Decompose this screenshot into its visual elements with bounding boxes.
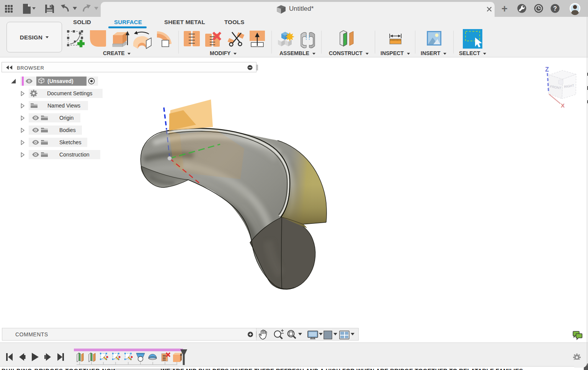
svg-text:Z: Z: [545, 66, 549, 73]
svg-text:(Unsaved): (Unsaved): [47, 78, 74, 84]
svg-text:Bodies: Bodies: [59, 127, 76, 133]
svg-text:X: X: [561, 102, 565, 109]
svg-text:Document Settings: Document Settings: [47, 90, 92, 96]
svg-text:?: ?: [553, 5, 557, 12]
svg-text:Sketches: Sketches: [59, 139, 82, 145]
svg-text:Construction: Construction: [59, 152, 90, 158]
svg-text:Named Views: Named Views: [47, 103, 80, 109]
svg-text:Origin: Origin: [59, 115, 74, 121]
